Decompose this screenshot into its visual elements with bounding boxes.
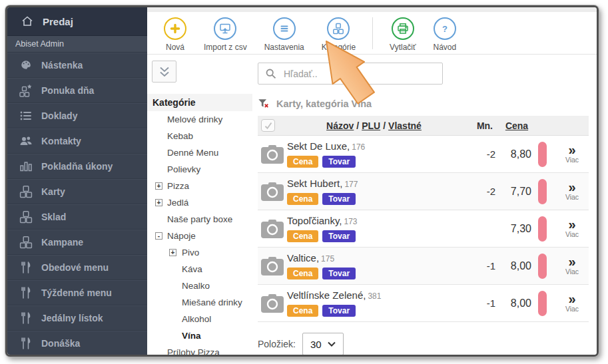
badge-cena[interactable]: Cena: [287, 156, 318, 168]
category-item[interactable]: Miešané drinky: [147, 294, 252, 311]
sidebar-item-jedalny-listok[interactable]: Jedálny lístok: [7, 305, 147, 331]
items-per-page-select[interactable]: 30: [302, 333, 344, 355]
category-item[interactable]: Naše party boxe: [147, 211, 252, 228]
quantity-value: -2: [461, 148, 495, 160]
table-row: Veltlínske Zelené,381 CenaTovar -1 8,00 …: [258, 285, 589, 322]
product-name[interactable]: Veltlínske Zelené,: [287, 289, 366, 301]
account-label: Abiset Admin: [7, 36, 147, 53]
help-button[interactable]: ? Návod: [425, 16, 465, 53]
sidebar-item-donaska[interactable]: Donáška: [7, 331, 147, 356]
more-button[interactable]: »Viac: [555, 219, 589, 238]
category-item[interactable]: Alkohol: [147, 311, 252, 327]
sidebar-item-karty[interactable]: Karty: [7, 179, 147, 204]
photo-placeholder[interactable]: [261, 220, 287, 238]
search-icon: [265, 68, 277, 80]
column-header-qty: Mn.: [461, 120, 495, 131]
badge-tovar[interactable]: Tovar: [322, 305, 356, 317]
expand-icon[interactable]: +: [155, 182, 162, 190]
quantity-value: -2: [461, 186, 495, 197]
toolbar: Nová Import z csv Nastavenia Kategórie V…: [147, 12, 597, 55]
sidebar-item-sklad[interactable]: Sklad: [7, 204, 147, 230]
search-input[interactable]: [284, 69, 436, 79]
more-button[interactable]: »Viac: [555, 182, 589, 201]
sort-cena[interactable]: Cena: [495, 120, 538, 131]
camera-icon: [261, 294, 284, 313]
category-item[interactable]: -Nápoje: [147, 228, 252, 244]
category-item[interactable]: Denné Menu: [147, 144, 252, 161]
sidebar-item-ponuka-dna[interactable]: Ponuka dňa: [7, 78, 147, 103]
menu-lines-icon: [273, 17, 296, 40]
category-item[interactable]: +Pivo: [147, 244, 252, 261]
category-item[interactable]: Nealko: [147, 277, 252, 294]
sort-nazov[interactable]: Názov: [326, 120, 354, 131]
main-area: Nová Import z csv Nastavenia Kategórie V…: [147, 7, 597, 355]
import-csv-button[interactable]: Import z csv: [195, 16, 256, 53]
expand-icon[interactable]: +: [169, 249, 176, 256]
table-row: Topoľčianky,173 CenaTovar 7,30 »Viac: [258, 210, 589, 248]
settings-button[interactable]: Nastavenia: [256, 16, 313, 53]
double-arrow-icon: »: [568, 182, 575, 193]
expand-icon[interactable]: +: [155, 199, 162, 206]
badge-tovar[interactable]: Tovar: [322, 193, 356, 205]
collapse-icon[interactable]: -: [155, 232, 162, 240]
filter-title-row: Karty, kategória Vína: [258, 98, 589, 110]
search-box[interactable]: [258, 63, 443, 85]
category-item-selected[interactable]: Vína: [147, 327, 252, 344]
sidebar-item-pokladna-ukony[interactable]: Pokladňa úkony: [7, 154, 147, 179]
sidebar-item-kontakty[interactable]: Kontakty: [7, 128, 147, 154]
print-button[interactable]: Vytlačiť: [381, 16, 424, 53]
sidebar-item-nastenka[interactable]: Nástenka: [7, 53, 147, 78]
pagination: Položiek: 30: [258, 333, 589, 355]
sidebar-item-kampane[interactable]: Kampane: [7, 230, 147, 255]
select-all-checkbox[interactable]: [261, 119, 275, 132]
more-button[interactable]: »Viac: [555, 256, 589, 275]
sidebar-item-doklady[interactable]: Doklady: [7, 103, 147, 128]
table-row: Valtice,175 CenaTovar -1 8,00 »Viac: [258, 248, 589, 285]
product-name[interactable]: Topoľčianky,: [287, 215, 342, 226]
filter-remove-icon[interactable]: [258, 98, 270, 110]
product-plu: 177: [344, 180, 358, 189]
product-name[interactable]: Sekt Hubert,: [287, 178, 342, 189]
badge-tovar[interactable]: Tovar: [322, 156, 356, 168]
sidebar-item-predaj[interactable]: Predaj: [7, 7, 147, 36]
badge-cena[interactable]: Cena: [287, 268, 318, 279]
photo-placeholder[interactable]: [261, 294, 287, 313]
double-arrow-icon: »: [568, 219, 575, 230]
badge-tovar[interactable]: Tovar: [322, 230, 356, 242]
badge-cena[interactable]: Cena: [287, 305, 318, 317]
plus-icon: [164, 17, 186, 40]
badge-cena[interactable]: Cena: [287, 230, 318, 242]
camera-icon: [261, 182, 284, 201]
svg-text:?: ?: [442, 24, 448, 34]
category-item[interactable]: +Pizza: [147, 178, 252, 194]
category-item[interactable]: Melové drinky: [147, 111, 252, 128]
product-name[interactable]: Valtice,: [287, 252, 319, 264]
more-button[interactable]: »Viac: [555, 293, 589, 313]
sort-vlastne[interactable]: Vlastné: [388, 120, 422, 131]
category-item[interactable]: Káva: [147, 261, 252, 277]
sort-plu[interactable]: PLU: [362, 120, 380, 131]
palette-icon: [19, 59, 33, 72]
price-value: 8,80: [495, 148, 538, 160]
photo-placeholder[interactable]: [261, 182, 287, 201]
product-name[interactable]: Sekt De Luxe,: [287, 140, 350, 152]
categories-button[interactable]: Kategórie: [313, 16, 364, 53]
price-value: 7,70: [495, 186, 538, 198]
category-item[interactable]: Polievky: [147, 161, 252, 178]
question-icon: ?: [434, 17, 456, 40]
sidebar-item-obedove-menu[interactable]: Obedové menu: [7, 255, 147, 280]
photo-placeholder[interactable]: [261, 257, 287, 275]
sidebar-item-tyzdenne-menu[interactable]: Týždenné menu: [7, 280, 147, 305]
boxes-star-icon: [19, 84, 33, 97]
badge-tovar[interactable]: Tovar: [322, 268, 356, 279]
more-button[interactable]: »Viac: [555, 144, 589, 164]
category-item[interactable]: Kebab: [147, 128, 252, 144]
new-button[interactable]: Nová: [155, 16, 195, 53]
boxes-icon: [19, 236, 33, 249]
badge-cena[interactable]: Cena: [287, 193, 318, 205]
category-item[interactable]: +Jedlá: [147, 194, 252, 211]
collapse-panel-button[interactable]: [152, 61, 176, 83]
category-item[interactable]: Prílohy Pizza: [147, 344, 252, 357]
category-tree-root[interactable]: Kategórie: [147, 94, 252, 111]
photo-placeholder[interactable]: [261, 145, 287, 164]
